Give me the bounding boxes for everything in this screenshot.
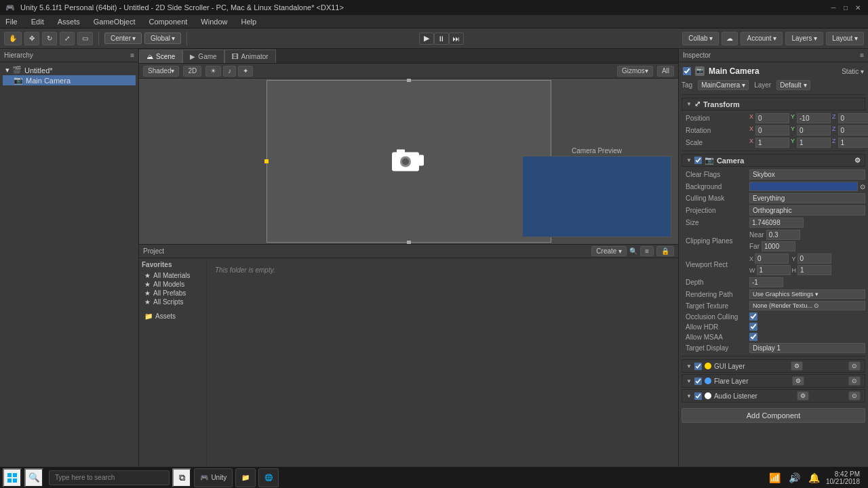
scene-view[interactable]: Camera Preview <box>139 79 678 244</box>
scale-x-value[interactable]: 1 <box>755 138 789 148</box>
all-button[interactable]: All <box>657 66 674 77</box>
play-button[interactable]: ▶ <box>419 33 434 45</box>
rot-y-value[interactable]: 0 <box>797 125 831 136</box>
win-clock[interactable]: 8:42 PM 10/21/2018 <box>826 470 865 485</box>
close-button[interactable]: ✕ <box>853 3 863 12</box>
cloud-button[interactable]: ☁ <box>722 32 738 45</box>
rect-tool-button[interactable]: ▭ <box>77 32 93 45</box>
hierarchy-menu-icon[interactable]: ≡ <box>130 52 134 59</box>
static-label[interactable]: Static ▾ <box>842 68 864 75</box>
maximize-button[interactable]: □ <box>841 3 850 12</box>
culling-mask-value[interactable]: Everything <box>749 193 865 203</box>
vp-w-value[interactable]: 1 <box>757 265 791 275</box>
step-button[interactable]: ⏭ <box>449 33 464 45</box>
target-texture-value[interactable]: None (Render Textu... ⊙ <box>749 301 865 310</box>
camera-settings-icon[interactable]: ⚙ <box>854 157 861 164</box>
scale-z-value[interactable]: 1 <box>838 138 868 148</box>
move-tool-button[interactable]: ✥ <box>24 32 39 45</box>
layers-button[interactable]: Layers ▾ <box>785 32 823 45</box>
shaded-button[interactable]: Shaded ▾ <box>143 66 179 77</box>
collab-button[interactable]: Collab ▾ <box>682 32 719 45</box>
project-lock-icon[interactable]: 🔒 <box>656 246 674 256</box>
gizmos-button[interactable]: Gizmos ▾ <box>617 66 653 77</box>
layout-button[interactable]: Layout ▾ <box>826 32 864 45</box>
project-item-all-scripts[interactable]: ★ All Scripts <box>142 298 203 306</box>
taskbar-search-placeholder[interactable]: Type here to search <box>55 474 115 481</box>
add-component-button[interactable]: Add Component <box>682 408 865 423</box>
scale-y-value[interactable]: 1 <box>797 138 831 148</box>
rendering-path-value[interactable]: Use Graphics Settings ▾ <box>749 289 865 299</box>
audio-listener-expand-button[interactable]: ⊙ <box>848 391 861 401</box>
target-display-value[interactable]: Display 1 <box>749 343 865 353</box>
hierarchy-item-main-camera[interactable]: 📷 Main Camera <box>3 75 136 85</box>
depth-value[interactable]: -1 <box>749 277 783 287</box>
project-menu-icon[interactable]: ≡ <box>640 246 654 256</box>
gui-layer-settings-button[interactable]: ⚙ <box>791 361 803 371</box>
network-icon[interactable]: 📶 <box>767 472 783 483</box>
rot-z-value[interactable]: 0 <box>838 125 868 136</box>
clear-flags-value[interactable]: Skybox <box>749 169 865 180</box>
flare-layer-checkbox[interactable] <box>694 378 702 385</box>
size-value[interactable]: 1.746098 <box>749 218 804 228</box>
pos-z-value[interactable]: 0 <box>838 113 868 123</box>
scale-tool-button[interactable]: ⤢ <box>60 32 75 45</box>
explorer-taskbar-button[interactable]: 📁 <box>235 468 256 487</box>
allow-msaa-checkbox[interactable] <box>749 333 757 341</box>
camera-active-checkbox[interactable] <box>683 67 691 75</box>
task-view-button[interactable]: ⧉ <box>172 468 191 487</box>
camera-enabled-checkbox[interactable] <box>694 157 702 164</box>
vp-y-value[interactable]: 0 <box>797 253 831 264</box>
tag-value[interactable]: MainCamera ▾ <box>698 80 749 90</box>
menu-window[interactable]: Window <box>198 18 230 26</box>
menu-gameobject[interactable]: GameObject <box>91 18 138 26</box>
search-button[interactable]: 🔍 <box>24 468 43 487</box>
vp-h-value[interactable]: 1 <box>797 265 831 275</box>
project-item-all-materials[interactable]: ★ All Materials <box>142 271 203 280</box>
rotate-tool-button[interactable]: ↻ <box>42 32 57 45</box>
hand-tool-button[interactable]: ✋ <box>4 32 22 45</box>
camera-handle-bottom[interactable] <box>407 241 411 244</box>
scene-lights-button[interactable]: ☀ <box>205 66 221 77</box>
gui-layer-checkbox[interactable] <box>694 363 702 370</box>
pos-x-value[interactable]: 0 <box>755 113 789 123</box>
chrome-taskbar-button[interactable]: 🌐 <box>258 468 279 487</box>
flare-layer-expand-button[interactable]: ⊙ <box>848 376 861 386</box>
unity-taskbar-button[interactable]: 🎮 Unity <box>194 468 233 487</box>
scene-effects-button[interactable]: ✦ <box>238 66 253 77</box>
pos-y-value[interactable]: -10 <box>797 113 831 123</box>
notifications-icon[interactable]: 🔔 <box>806 472 822 483</box>
gui-layer-expand-button[interactable]: ⊙ <box>848 361 861 371</box>
camera-section-header[interactable]: ▼ 📷 Camera ⚙ <box>682 154 865 167</box>
menu-help[interactable]: Help <box>238 18 259 26</box>
start-button[interactable] <box>3 468 22 487</box>
inspector-menu-icon[interactable]: ≡ <box>860 52 864 59</box>
tab-scene[interactable]: ⛰ Scene <box>139 49 182 63</box>
background-expand-icon[interactable]: ⊙ <box>860 183 865 190</box>
rot-x-value[interactable]: 0 <box>755 125 789 136</box>
layer-value[interactable]: Default ▾ <box>776 80 810 90</box>
create-button[interactable]: Create ▾ <box>591 246 627 256</box>
twod-button[interactable]: 2D <box>183 66 201 77</box>
camera-handle-left[interactable] <box>264 159 269 163</box>
minimize-button[interactable]: ─ <box>829 3 838 12</box>
transform-section-header[interactable]: ▼ ⤢ Transform <box>682 98 865 110</box>
tab-game[interactable]: ▶ Game <box>182 49 224 63</box>
menu-assets[interactable]: Assets <box>55 18 83 26</box>
volume-icon[interactable]: 🔊 <box>787 472 802 483</box>
scene-audio-button[interactable]: ♪ <box>223 66 236 77</box>
background-color-picker[interactable] <box>749 182 858 191</box>
project-item-all-models[interactable]: ★ All Models <box>142 280 203 289</box>
audio-listener-checkbox[interactable] <box>694 392 702 400</box>
hierarchy-item-untitled[interactable]: ▾ 🎬 Untitled* <box>3 65 136 75</box>
near-value[interactable]: 0.3 <box>766 230 800 240</box>
tab-animator[interactable]: 🎞 Animator <box>224 49 276 63</box>
flare-layer-settings-button[interactable]: ⚙ <box>792 376 804 386</box>
menu-component[interactable]: Component <box>146 18 190 26</box>
camera-handle-top[interactable] <box>407 79 411 82</box>
menu-file[interactable]: File <box>3 18 20 26</box>
audio-listener-settings-button[interactable]: ⚙ <box>797 391 809 401</box>
project-item-assets[interactable]: 📁 Assets <box>142 312 203 321</box>
pause-button[interactable]: ⏸ <box>434 33 449 45</box>
center-pivot-button[interactable]: Center ▾ <box>104 33 142 44</box>
project-item-all-prefabs[interactable]: ★ All Prefabs <box>142 289 203 298</box>
